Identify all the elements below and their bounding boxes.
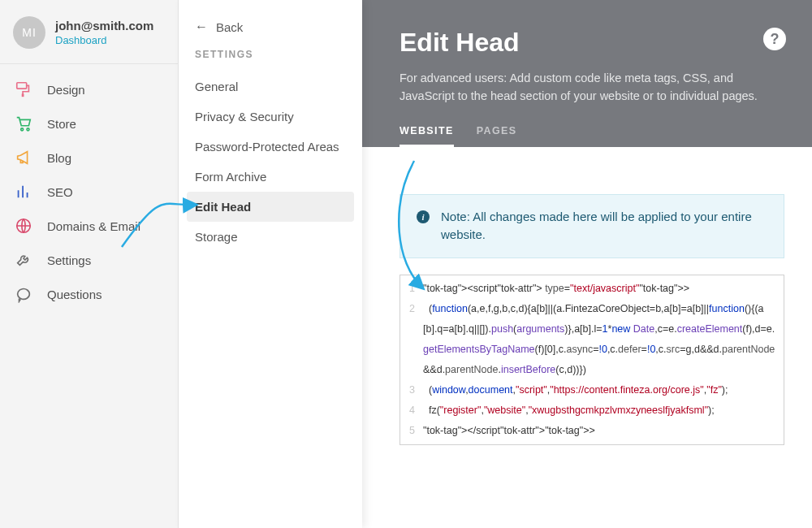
- horn-icon: [15, 149, 32, 167]
- code-content[interactable]: fz("register","website","xwugbsthgcmkpzl…: [421, 400, 784, 421]
- cart-icon: [15, 115, 32, 132]
- nav-item-label: Questions: [47, 288, 102, 301]
- nav-item-design[interactable]: Design: [0, 72, 178, 106]
- svg-point-2: [21, 128, 24, 131]
- info-icon: i: [417, 210, 430, 223]
- settings-item-privacy-security[interactable]: Privacy & Security: [187, 102, 354, 132]
- nav-item-label: Blog: [47, 151, 71, 165]
- tab-website[interactable]: WEBSITE: [400, 125, 454, 147]
- settings-list: GeneralPrivacy & SecurityPassword-Protec…: [187, 71, 354, 252]
- back-button[interactable]: ← Back: [187, 16, 354, 49]
- nav-item-blog[interactable]: Blog: [0, 141, 178, 175]
- code-line[interactable]: 4 fz("register","website","xwugbsthgcmkp…: [400, 400, 784, 421]
- code-line[interactable]: 3 (window,document,"script","https://con…: [400, 380, 784, 400]
- nav-item-questions[interactable]: Questions: [0, 277, 178, 311]
- help-button[interactable]: ?: [763, 28, 786, 50]
- primary-sidebar: MI john@smith.com Dashboard DesignStoreB…: [0, 0, 179, 528]
- nav-item-store[interactable]: Store: [0, 106, 178, 141]
- note-text: Note: All changes made here will be appl…: [441, 208, 767, 245]
- settings-item-storage[interactable]: Storage: [187, 222, 354, 252]
- code-content[interactable]: (function(a,e,f,g,b,c,d){a[b]||(a.Fintez…: [421, 299, 784, 380]
- globe-icon: [15, 217, 32, 235]
- nav-item-seo[interactable]: SEO: [0, 175, 178, 209]
- chat-icon: [15, 285, 32, 303]
- tab-bar: WEBSITEPAGES: [400, 125, 775, 147]
- settings-item-password-protected-areas[interactable]: Password-Protected Areas: [187, 132, 354, 162]
- line-number: 2: [400, 299, 421, 380]
- code-content[interactable]: "tok-tag"></script"tok-attr">"tok-tag">>: [421, 421, 784, 441]
- settings-item-form-archive[interactable]: Form Archive: [187, 162, 354, 192]
- account-text: john@smith.com Dashboard: [55, 19, 153, 46]
- arrow-left-icon: ←: [195, 19, 208, 34]
- note-box: i Note: All changes made here will be ap…: [400, 194, 784, 258]
- nav-item-label: Domains & Email: [47, 219, 140, 233]
- code-editor[interactable]: 1"tok-tag"><script"tok-attr"> type="text…: [400, 275, 784, 445]
- main-body: i Note: All changes made here will be ap…: [362, 147, 812, 445]
- svg-rect-0: [17, 83, 27, 89]
- page-description: For advanced users: Add custom code like…: [400, 69, 775, 106]
- code-line[interactable]: 1"tok-tag"><script"tok-attr"> type="text…: [400, 279, 784, 299]
- svg-point-3: [27, 128, 29, 131]
- settings-heading: SETTINGS: [187, 49, 354, 71]
- account-block: MI john@smith.com Dashboard: [0, 0, 178, 63]
- dashboard-link[interactable]: Dashboard: [55, 34, 153, 46]
- nav-item-label: SEO: [47, 185, 73, 199]
- settings-panel: ← Back SETTINGS GeneralPrivacy & Securit…: [179, 0, 362, 528]
- nav-item-label: Design: [47, 83, 85, 97]
- divider: [0, 63, 178, 64]
- settings-item-general[interactable]: General: [187, 71, 354, 102]
- code-line[interactable]: 5"tok-tag"></script"tok-attr">"tok-tag">…: [400, 421, 784, 441]
- line-number: 4: [400, 400, 421, 421]
- account-email: john@smith.com: [55, 19, 153, 32]
- svg-rect-1: [22, 94, 24, 97]
- code-content[interactable]: "tok-tag"><script"tok-attr"> type="text/…: [421, 279, 784, 299]
- paint-icon: [15, 80, 32, 98]
- back-label: Back: [216, 20, 243, 34]
- line-number: 5: [400, 421, 421, 441]
- main-header: ? Edit Head For advanced users: Add cust…: [362, 0, 812, 147]
- line-number: 1: [400, 279, 421, 299]
- wrench-icon: [15, 251, 32, 269]
- code-line[interactable]: 2 (function(a,e,f,g,b,c,d){a[b]||(a.Fint…: [400, 299, 784, 380]
- nav-item-settings[interactable]: Settings: [0, 243, 178, 277]
- settings-item-edit-head[interactable]: Edit Head: [187, 192, 354, 222]
- bars-icon: [15, 183, 32, 201]
- line-number: 3: [400, 380, 421, 400]
- nav-item-label: Store: [47, 117, 76, 131]
- nav-item-label: Settings: [47, 253, 91, 267]
- primary-nav: DesignStoreBlogSEODomains & EmailSetting…: [0, 72, 178, 311]
- avatar: MI: [13, 16, 45, 49]
- page-title: Edit Head: [400, 28, 775, 58]
- tab-pages[interactable]: PAGES: [477, 125, 517, 147]
- code-content[interactable]: (window,document,"script","https://conte…: [421, 380, 784, 400]
- nav-item-domains[interactable]: Domains & Email: [0, 209, 178, 243]
- main: ? Edit Head For advanced users: Add cust…: [362, 0, 812, 528]
